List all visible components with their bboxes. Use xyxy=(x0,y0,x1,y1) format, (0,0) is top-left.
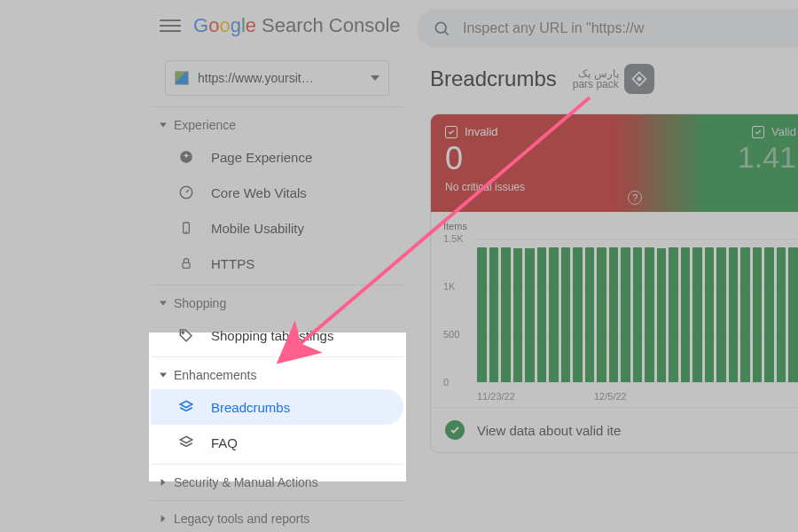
chart-bar xyxy=(645,247,654,382)
status-valid[interactable]: Valid 1.41 xyxy=(651,114,798,212)
chart-bar xyxy=(489,247,499,382)
chart-bar xyxy=(777,247,786,382)
sidebar-item-label: FAQ xyxy=(211,435,238,450)
sidebar-item-mobile-usability[interactable]: Mobile Usability xyxy=(151,210,403,246)
sidebar-item-shopping-listings[interactable]: Shopping tab listings xyxy=(151,317,403,353)
chart-ytick: 1K xyxy=(443,281,455,292)
gsc-app: G o o g l e Search Console h xyxy=(151,0,798,532)
chart-bar xyxy=(513,248,523,382)
svg-point-8 xyxy=(638,77,640,80)
chart-ytick: 500 xyxy=(443,329,459,340)
section-security-label: Security & Manual Actions xyxy=(174,475,318,489)
sparkle-icon xyxy=(177,148,195,166)
view-valid-data-label: View data about valid ite xyxy=(477,423,621,438)
chart-bar xyxy=(705,247,715,382)
chart-xtick: 11/23/22 xyxy=(477,391,515,402)
section-legacy[interactable]: Legacy tools and reports xyxy=(151,505,403,532)
section-shopping[interactable]: Shopping xyxy=(151,289,403,317)
chart-bar xyxy=(657,248,667,382)
chart-bar xyxy=(573,247,583,382)
phone-icon xyxy=(177,219,195,237)
sidebar-item-core-web-vitals[interactable]: Core Web Vitals xyxy=(151,175,403,210)
diamond-icon xyxy=(624,64,654,94)
chart-bar xyxy=(609,247,619,382)
sidebar-item-label: HTTPS xyxy=(211,256,254,271)
main-pane: Breadcrumbs پارس پک pars pack xyxy=(403,51,798,532)
section-experience[interactable]: Experience xyxy=(151,111,403,139)
product-name: Search Console xyxy=(262,14,401,37)
status-invalid-label: Invalid xyxy=(465,125,498,138)
chart-bar xyxy=(525,248,535,382)
svg-line-1 xyxy=(445,32,449,35)
sidebar-item-faq[interactable]: FAQ xyxy=(151,425,403,460)
layers-icon xyxy=(177,398,195,416)
section-security[interactable]: Security & Manual Actions xyxy=(151,468,403,497)
svg-rect-6 xyxy=(183,262,190,268)
chart-bar xyxy=(716,247,726,382)
checkbox-icon xyxy=(752,126,764,138)
chart-ytick: 1.5K xyxy=(443,233,464,244)
status-valid-label: Valid xyxy=(771,125,796,138)
header: G o o g l e Search Console xyxy=(151,0,798,51)
overlay-dim xyxy=(0,332,149,481)
sidebar-item-breadcrumbs[interactable]: Breadcrumbs xyxy=(151,389,403,425)
page-title: Breadcrumbs xyxy=(430,66,557,91)
sidebar-item-label: Shopping tab listings xyxy=(211,328,333,343)
status-invalid-sub: No critical issues xyxy=(445,181,637,193)
caret-down-icon xyxy=(160,300,167,307)
caret-down-icon xyxy=(160,372,167,379)
section-enhancements-label: Enhancements xyxy=(174,368,256,382)
sidebar-item-label: Mobile Usability xyxy=(211,221,304,236)
chart-bar xyxy=(740,247,750,382)
url-inspect-search[interactable] xyxy=(417,9,798,48)
chart-xtick: 12/5/22 xyxy=(594,391,627,402)
svg-point-0 xyxy=(435,22,446,33)
sidebar-item-label: Core Web Vitals xyxy=(211,185,307,200)
property-selector[interactable]: https://www.yoursit… xyxy=(165,60,389,96)
chart-bar xyxy=(633,247,643,382)
sidebar-item-page-experience[interactable]: Page Experience xyxy=(151,139,403,175)
chart-bar xyxy=(729,247,739,382)
status-invalid-count: 0 xyxy=(445,140,637,177)
section-experience-label: Experience xyxy=(174,118,236,132)
chart-bar xyxy=(477,247,487,382)
status-card: Invalid 0 No critical issues ? Valid xyxy=(430,113,798,453)
chart-bar xyxy=(669,247,678,382)
view-valid-data-row[interactable]: View data about valid ite xyxy=(431,407,798,452)
chart-bar xyxy=(549,247,559,382)
status-invalid[interactable]: Invalid 0 No critical issues ? xyxy=(431,114,651,212)
sidebar-item-https[interactable]: HTTPS xyxy=(151,246,403,281)
svg-point-7 xyxy=(182,332,184,333)
chart-bar xyxy=(692,247,702,382)
brand-badge: پارس پک pars pack xyxy=(573,64,654,94)
caret-right-icon xyxy=(160,479,167,486)
caret-down-icon xyxy=(160,121,167,129)
chart-ytitle: Items xyxy=(443,221,798,231)
checkbox-icon xyxy=(445,126,458,138)
sidebar: https://www.yoursit… Experience Page Exp… xyxy=(151,51,403,532)
chart-bar xyxy=(537,247,547,382)
chart-bar xyxy=(753,247,763,382)
property-label: https://www.yoursit… xyxy=(198,71,365,85)
help-icon[interactable]: ? xyxy=(628,191,642,205)
chart-bar xyxy=(561,247,571,382)
section-legacy-label: Legacy tools and reports xyxy=(174,512,309,526)
chart-bar xyxy=(788,247,798,382)
brand-text-en: pars pack xyxy=(573,79,619,90)
section-enhancements[interactable]: Enhancements xyxy=(151,361,403,389)
chart-bar xyxy=(621,247,630,382)
chart-ytick: 0 xyxy=(443,377,449,387)
menu-icon[interactable] xyxy=(160,15,181,36)
caret-right-icon xyxy=(160,515,167,522)
gauge-icon xyxy=(177,184,195,201)
chart-bar xyxy=(597,247,606,382)
url-inspect-input[interactable] xyxy=(463,20,798,36)
sidebar-item-label: Page Experience xyxy=(211,150,312,165)
section-shopping-label: Shopping xyxy=(174,296,226,310)
status-valid-count: 1.41 xyxy=(665,140,796,175)
chart-bar xyxy=(681,247,691,382)
google-logo: G o o g l e Search Console xyxy=(193,14,401,37)
caret-down-icon xyxy=(371,75,379,81)
tag-icon xyxy=(177,326,195,344)
lock-icon xyxy=(177,254,195,272)
